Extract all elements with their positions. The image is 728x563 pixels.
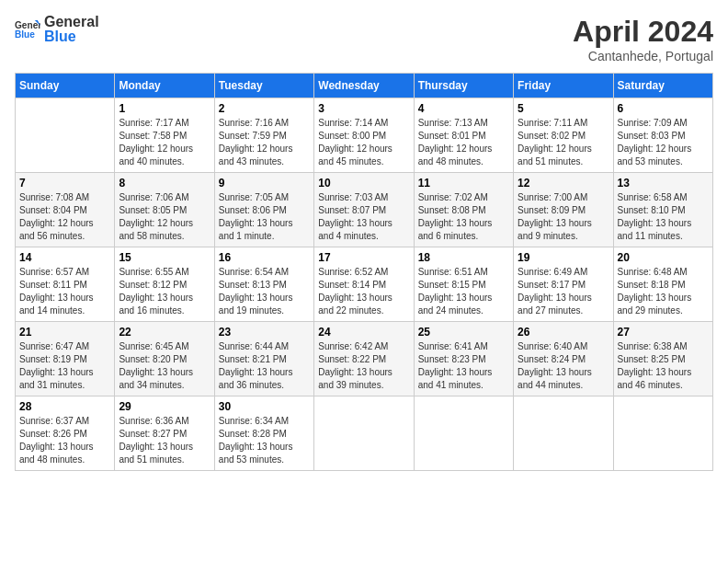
day-number: 19 — [518, 251, 609, 264]
day-info: Sunrise: 7:16 AMSunset: 7:59 PMDaylight:… — [219, 117, 310, 168]
calendar-cell: 18 Sunrise: 6:51 AMSunset: 8:15 PMDaylig… — [414, 247, 513, 322]
day-info: Sunrise: 7:03 AMSunset: 8:07 PMDaylight:… — [318, 191, 409, 243]
logo-general-text: General — [44, 15, 99, 29]
day-info: Sunrise: 7:14 AMSunset: 8:00 PMDaylight:… — [318, 117, 409, 168]
day-number: 25 — [418, 326, 509, 339]
day-number: 18 — [418, 251, 509, 264]
calendar-cell — [314, 396, 414, 471]
day-number: 27 — [618, 326, 709, 339]
calendar-cell: 11 Sunrise: 7:02 AMSunset: 8:08 PMDaylig… — [414, 173, 513, 247]
day-info: Sunrise: 7:05 AMSunset: 8:06 PMDaylight:… — [219, 191, 310, 243]
calendar-cell: 21 Sunrise: 6:47 AMSunset: 8:19 PMDaylig… — [16, 322, 115, 396]
day-header-tuesday: Tuesday — [214, 74, 313, 98]
day-number: 29 — [119, 400, 210, 413]
calendar-cell: 7 Sunrise: 7:08 AMSunset: 8:04 PMDayligh… — [16, 173, 115, 247]
day-info: Sunrise: 7:08 AMSunset: 8:04 PMDaylight:… — [19, 191, 110, 243]
day-info: Sunrise: 6:49 AMSunset: 8:17 PMDaylight:… — [518, 266, 609, 317]
calendar-cell — [414, 396, 513, 471]
calendar-cell: 15 Sunrise: 6:55 AMSunset: 8:12 PMDaylig… — [115, 247, 214, 322]
day-number: 3 — [318, 102, 409, 115]
logo: General Blue General Blue — [15, 15, 99, 44]
day-header-sunday: Sunday — [16, 74, 115, 98]
day-info: Sunrise: 6:34 AMSunset: 8:28 PMDaylight:… — [219, 415, 310, 466]
calendar-cell: 10 Sunrise: 7:03 AMSunset: 8:07 PMDaylig… — [314, 173, 414, 247]
day-info: Sunrise: 6:48 AMSunset: 8:18 PMDaylight:… — [618, 266, 709, 317]
calendar-cell: 3 Sunrise: 7:14 AMSunset: 8:00 PMDayligh… — [314, 98, 414, 173]
calendar-cell: 28 Sunrise: 6:37 AMSunset: 8:26 PMDaylig… — [16, 396, 115, 471]
calendar-cell — [514, 396, 613, 471]
day-info: Sunrise: 7:06 AMSunset: 8:05 PMDaylight:… — [119, 191, 210, 243]
location-title: Cantanhede, Portugal — [573, 49, 713, 63]
day-info: Sunrise: 6:47 AMSunset: 8:19 PMDaylight:… — [19, 340, 110, 392]
logo-blue-text: Blue — [44, 29, 99, 44]
calendar-cell: 19 Sunrise: 6:49 AMSunset: 8:17 PMDaylig… — [514, 247, 613, 322]
calendar-week-row: 1 Sunrise: 7:17 AMSunset: 7:58 PMDayligh… — [16, 98, 713, 173]
day-number: 5 — [518, 102, 609, 115]
calendar-cell: 30 Sunrise: 6:34 AMSunset: 8:28 PMDaylig… — [214, 396, 313, 471]
calendar-cell: 22 Sunrise: 6:45 AMSunset: 8:20 PMDaylig… — [115, 322, 214, 396]
day-info: Sunrise: 6:41 AMSunset: 8:23 PMDaylight:… — [418, 340, 509, 392]
day-number: 1 — [119, 102, 210, 115]
day-info: Sunrise: 6:37 AMSunset: 8:26 PMDaylight:… — [19, 415, 110, 466]
day-info: Sunrise: 6:38 AMSunset: 8:25 PMDaylight:… — [618, 340, 709, 392]
day-info: Sunrise: 7:09 AMSunset: 8:03 PMDaylight:… — [618, 117, 709, 168]
day-info: Sunrise: 7:17 AMSunset: 7:58 PMDaylight:… — [119, 117, 210, 168]
day-number: 8 — [119, 177, 210, 190]
calendar-week-row: 28 Sunrise: 6:37 AMSunset: 8:26 PMDaylig… — [16, 396, 713, 471]
day-info: Sunrise: 6:36 AMSunset: 8:27 PMDaylight:… — [119, 415, 210, 466]
calendar-cell: 1 Sunrise: 7:17 AMSunset: 7:58 PMDayligh… — [115, 98, 214, 173]
generalblue-icon: General Blue — [15, 18, 40, 40]
calendar-cell: 26 Sunrise: 6:40 AMSunset: 8:24 PMDaylig… — [514, 322, 613, 396]
day-number: 24 — [318, 326, 409, 339]
day-number: 22 — [119, 326, 210, 339]
day-info: Sunrise: 7:02 AMSunset: 8:08 PMDaylight:… — [418, 191, 509, 243]
calendar-cell: 12 Sunrise: 7:00 AMSunset: 8:09 PMDaylig… — [514, 173, 613, 247]
day-info: Sunrise: 6:57 AMSunset: 8:11 PMDaylight:… — [19, 266, 110, 317]
day-info: Sunrise: 6:51 AMSunset: 8:15 PMDaylight:… — [418, 266, 509, 317]
day-number: 10 — [318, 177, 409, 190]
calendar-cell: 23 Sunrise: 6:44 AMSunset: 8:21 PMDaylig… — [214, 322, 313, 396]
calendar-cell: 29 Sunrise: 6:36 AMSunset: 8:27 PMDaylig… — [115, 396, 214, 471]
calendar-cell: 14 Sunrise: 6:57 AMSunset: 8:11 PMDaylig… — [16, 247, 115, 322]
day-number: 26 — [518, 326, 609, 339]
day-number: 12 — [518, 177, 609, 190]
day-number: 23 — [219, 326, 310, 339]
calendar: SundayMondayTuesdayWednesdayThursdayFrid… — [15, 73, 713, 471]
day-number: 13 — [618, 177, 709, 190]
day-info: Sunrise: 7:00 AMSunset: 8:09 PMDaylight:… — [518, 191, 609, 243]
svg-text:Blue: Blue — [15, 29, 35, 40]
day-number: 9 — [219, 177, 310, 190]
day-header-friday: Friday — [514, 74, 613, 98]
day-info: Sunrise: 7:11 AMSunset: 8:02 PMDaylight:… — [518, 117, 609, 168]
day-info: Sunrise: 6:54 AMSunset: 8:13 PMDaylight:… — [219, 266, 310, 317]
calendar-cell: 9 Sunrise: 7:05 AMSunset: 8:06 PMDayligh… — [214, 173, 313, 247]
day-info: Sunrise: 7:13 AMSunset: 8:01 PMDaylight:… — [418, 117, 509, 168]
day-number: 7 — [19, 177, 110, 190]
calendar-cell: 17 Sunrise: 6:52 AMSunset: 8:14 PMDaylig… — [314, 247, 414, 322]
day-number: 14 — [19, 251, 110, 264]
calendar-cell: 2 Sunrise: 7:16 AMSunset: 7:59 PMDayligh… — [214, 98, 313, 173]
header: General Blue General Blue April 2024 Can… — [15, 15, 713, 63]
day-info: Sunrise: 6:42 AMSunset: 8:22 PMDaylight:… — [318, 340, 409, 392]
day-info: Sunrise: 6:40 AMSunset: 8:24 PMDaylight:… — [518, 340, 609, 392]
calendar-cell: 6 Sunrise: 7:09 AMSunset: 8:03 PMDayligh… — [613, 98, 712, 173]
day-info: Sunrise: 6:44 AMSunset: 8:21 PMDaylight:… — [219, 340, 310, 392]
day-number: 6 — [618, 102, 709, 115]
day-header-saturday: Saturday — [613, 74, 712, 98]
calendar-cell — [613, 396, 712, 471]
day-number: 15 — [119, 251, 210, 264]
day-number: 11 — [418, 177, 509, 190]
day-number: 20 — [618, 251, 709, 264]
calendar-header-row: SundayMondayTuesdayWednesdayThursdayFrid… — [16, 74, 713, 98]
calendar-cell: 25 Sunrise: 6:41 AMSunset: 8:23 PMDaylig… — [414, 322, 513, 396]
day-info: Sunrise: 6:55 AMSunset: 8:12 PMDaylight:… — [119, 266, 210, 317]
month-title: April 2024 — [573, 15, 713, 49]
calendar-cell: 5 Sunrise: 7:11 AMSunset: 8:02 PMDayligh… — [514, 98, 613, 173]
calendar-cell: 16 Sunrise: 6:54 AMSunset: 8:13 PMDaylig… — [214, 247, 313, 322]
calendar-week-row: 21 Sunrise: 6:47 AMSunset: 8:19 PMDaylig… — [16, 322, 713, 396]
calendar-cell: 27 Sunrise: 6:38 AMSunset: 8:25 PMDaylig… — [613, 322, 712, 396]
day-info: Sunrise: 6:58 AMSunset: 8:10 PMDaylight:… — [618, 191, 709, 243]
calendar-cell: 20 Sunrise: 6:48 AMSunset: 8:18 PMDaylig… — [613, 247, 712, 322]
calendar-cell — [16, 98, 115, 173]
calendar-cell: 13 Sunrise: 6:58 AMSunset: 8:10 PMDaylig… — [613, 173, 712, 247]
